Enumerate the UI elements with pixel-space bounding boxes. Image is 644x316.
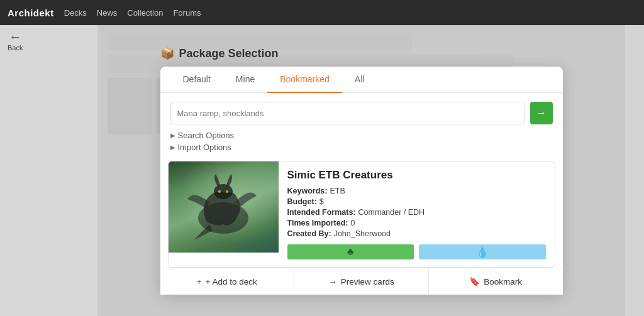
preview-cards-label: Preview cards: [341, 277, 394, 286]
nav-item-forums[interactable]: Forums: [173, 8, 201, 18]
package-icon: 📦: [160, 46, 174, 60]
top-nav: Archidekt Decks News Collection Forums: [0, 0, 644, 25]
tabs-row: Default Mine Bookmarked All: [160, 67, 563, 93]
tab-default[interactable]: Default: [170, 67, 223, 93]
search-button[interactable]: →: [530, 102, 553, 124]
search-input[interactable]: [170, 102, 525, 124]
tab-mine[interactable]: Mine: [223, 67, 267, 93]
add-icon: +: [197, 277, 202, 286]
page-title: Package Selection: [179, 47, 279, 60]
triangle-icon-search: ▶: [170, 132, 175, 139]
import-options-toggle[interactable]: ▶ Import Options: [160, 141, 563, 153]
result-card: Simic ETB Creatures Keywords: ETB Budget…: [168, 161, 555, 268]
keywords-row: Keywords: ETB: [287, 187, 546, 195]
imported-row: Times Imported: 0: [287, 219, 546, 227]
search-row: →: [160, 93, 563, 129]
nav-item-collection[interactable]: Collection: [127, 8, 163, 18]
search-options-toggle[interactable]: ▶ Search Options: [160, 129, 563, 141]
created-value: John_Sherwood: [334, 229, 391, 238]
right-sidebar: [625, 25, 644, 316]
green-color-bar: ♣: [287, 244, 414, 259]
package-modal: 📦 Package Selection Default Mine Bookmar…: [97, 36, 625, 305]
back-button[interactable]: ← Back: [8, 30, 23, 52]
import-options-label: Import Options: [178, 143, 231, 152]
nav-item-decks[interactable]: Decks: [64, 8, 87, 18]
bookmark-label: Bookmark: [484, 277, 522, 286]
nav-logo: Archidekt: [8, 8, 54, 18]
nav-item-news[interactable]: News: [97, 8, 118, 18]
left-sidebar: [0, 25, 97, 316]
triangle-icon-import: ▶: [170, 144, 175, 151]
created-label: Created By:: [287, 229, 331, 238]
dragon-illustration: [175, 168, 272, 246]
bookmark-button[interactable]: 🔖 Bookmark: [429, 268, 563, 295]
card-info: Simic ETB Creatures Keywords: ETB Budget…: [279, 161, 555, 267]
keywords-label: Keywords:: [287, 187, 328, 195]
budget-row: Budget: $: [287, 197, 546, 206]
blue-color-bar: 💧: [419, 244, 546, 259]
keywords-value: ETB: [330, 187, 345, 195]
blue-mana-icon: 💧: [476, 246, 489, 258]
budget-value: $: [319, 197, 324, 206]
svg-point-2: [218, 190, 221, 193]
bookmark-icon: 🔖: [469, 276, 480, 286]
green-mana-icon: ♣: [347, 246, 354, 258]
tab-all[interactable]: All: [342, 67, 377, 93]
tab-bookmarked[interactable]: Bookmarked: [267, 67, 342, 93]
search-options-label: Search Options: [178, 131, 235, 140]
formats-label: Intended Formats:: [287, 208, 356, 217]
svg-point-3: [226, 190, 228, 193]
color-bars: ♣ 💧: [287, 244, 546, 259]
card-image: [169, 161, 279, 253]
preview-cards-button[interactable]: → Preview cards: [294, 268, 429, 295]
search-arrow-icon: →: [536, 107, 547, 119]
svg-point-1: [214, 184, 233, 199]
formats-row: Intended Formats: Commander / EDH: [287, 208, 546, 217]
imported-label: Times Imported:: [287, 219, 348, 227]
budget-label: Budget:: [287, 197, 317, 206]
formats-value: Commander / EDH: [358, 208, 425, 217]
back-arrow-icon: ←: [9, 30, 21, 43]
preview-arrow-icon: →: [328, 277, 337, 286]
add-to-deck-label: + Add to deck: [206, 277, 257, 286]
modal-card: Default Mine Bookmarked All → ▶ Search O…: [160, 67, 563, 295]
back-label: Back: [8, 44, 23, 52]
created-row: Created By: John_Sherwood: [287, 229, 546, 238]
card-title: Simic ETB Creatures: [287, 169, 546, 182]
add-to-deck-button[interactable]: + + Add to deck: [160, 268, 295, 295]
page-title-row: 📦 Package Selection: [160, 46, 563, 60]
imported-value: 0: [351, 219, 355, 227]
action-buttons: + + Add to deck → Preview cards 🔖 Bookma…: [160, 268, 563, 295]
